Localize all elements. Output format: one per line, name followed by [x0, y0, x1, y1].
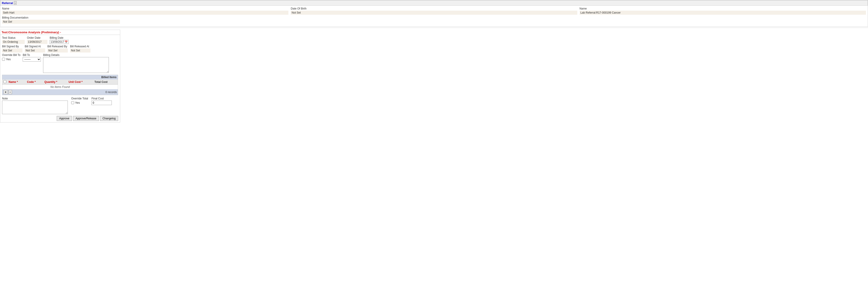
test-section-header: Test:Chromosome Analysis (Preliminary) - [0, 30, 120, 35]
bill-released-at-field: Bill Released At Not Set [70, 45, 91, 53]
remove-item-btn[interactable]: - [8, 90, 12, 94]
override-yes-row: Yes [2, 58, 21, 61]
billed-items-container: Billed Items Name * Code * Quantity * Un… [2, 75, 118, 95]
override-bill-to-label: Override Bill To [2, 54, 21, 57]
test-status-row: Test Status On Ordering Order Date 13/09… [2, 36, 118, 44]
referral-name-group: Name Lab Referral:R17-000199 Cancer [580, 7, 866, 15]
billing-details-label: Billing Details [43, 54, 109, 57]
col-unit-cost-header: Unit Cost * [67, 79, 93, 85]
bill-signed-at-field: Bill Signed At Not Set [25, 45, 45, 53]
order-date-value: 13/09/2017 [27, 40, 48, 44]
override-total-checkbox[interactable] [71, 101, 74, 104]
approve-release-btn[interactable]: Approve/Release [73, 116, 99, 121]
test-status-label: Test Status [2, 36, 25, 39]
table-toolbar: + - 0 records [2, 89, 118, 95]
records-count: 0 records [105, 91, 117, 94]
override-total-yes-row: Yes [71, 101, 88, 104]
approve-btn[interactable]: Approve [57, 116, 72, 121]
override-total-label: Override Total [71, 97, 88, 100]
patient-name-group: Name Seth Hart [2, 7, 288, 15]
referral-name-label: Name [580, 7, 866, 10]
bill-released-by-value: Not Set [48, 48, 68, 53]
toolbar-buttons: + - [3, 90, 12, 94]
bottom-section: Note Override Total Yes Final Cost [2, 97, 118, 114]
override-bill-row: Override Bill To Yes Bill To ------- Bil… [2, 54, 118, 73]
referral-name-value: Lab Referral:R17-000199 Cancer [580, 11, 866, 15]
col-quantity-header: Quantity * [43, 79, 68, 85]
referral-body: Name Seth Hart Date Of Birth Not Set Nam… [0, 6, 868, 27]
billing-date-label: Billing Date [50, 36, 69, 39]
patient-info-row: Name Seth Hart Date Of Birth Not Set Nam… [2, 7, 866, 15]
bill-released-by-label: Bill Released By [48, 45, 68, 48]
test-section-title: Test:Chromosome Analysis (Preliminary) [2, 31, 59, 34]
col-name-header: Name * [7, 79, 26, 85]
test-body: Test Status On Ordering Order Date 13/09… [0, 35, 120, 122]
billing-doc-row: Billing Documentation Not Set [2, 16, 866, 24]
bill-to-label: Bill To [23, 54, 41, 57]
bill-to-field: Bill To ------- [23, 54, 41, 62]
bill-signed-by-label: Bill Signed By [2, 45, 23, 48]
changelog-btn[interactable]: Changelog [100, 116, 118, 121]
referral-section: Referral - Name Seth Hart Date Of Birth … [0, 0, 868, 27]
billing-doc-value: Not Set [2, 20, 120, 24]
billing-details-field: Billing Details [43, 54, 109, 73]
billing-doc-group: Billing Documentation Not Set [2, 16, 120, 24]
action-buttons: Approve Approve/Release Changelog [2, 116, 118, 121]
bill-signed-at-label: Bill Signed At [25, 45, 45, 48]
patient-name-label: Name [2, 7, 288, 10]
bill-released-at-value: Not Set [70, 48, 91, 53]
test-status-field: Test Status On Ordering [2, 36, 25, 44]
col-total-cost-header: Total Cost [93, 79, 118, 85]
note-section: Note [2, 97, 68, 114]
bill-to-select[interactable]: ------- [23, 57, 41, 62]
col-checkbox [2, 79, 7, 85]
patient-name-value: Seth Hart [2, 11, 288, 15]
note-textarea[interactable] [2, 101, 68, 114]
billing-date-value: 13/09/2017 [51, 40, 64, 43]
final-cost-section: Final Cost [91, 97, 112, 105]
override-yes-checkbox[interactable] [2, 58, 5, 61]
billing-doc-label: Billing Documentation [2, 16, 120, 19]
override-yes-label: Yes [6, 58, 11, 61]
billing-details-textarea[interactable] [43, 57, 109, 73]
billing-date-input[interactable]: 13/09/2017 📅 [50, 40, 69, 44]
main-divider [0, 28, 868, 28]
order-date-label: Order Date [27, 36, 48, 39]
bill-signed-row: Bill Signed By Not Set Bill Signed At No… [2, 45, 118, 53]
referral-title: Referral [2, 1, 13, 5]
referral-header: Referral - [0, 0, 868, 6]
bill-signed-by-value: Not Set [2, 48, 23, 53]
bill-released-by-field: Bill Released By Not Set [48, 45, 68, 53]
bill-signed-by-field: Bill Signed By Not Set [2, 45, 23, 53]
referral-collapse-btn[interactable]: - [14, 1, 17, 5]
test-status-value: On Ordering [2, 40, 25, 44]
billed-items-table: Name * Code * Quantity * Unit Cost * Tot… [2, 79, 118, 89]
order-date-field: Order Date 13/09/2017 [27, 36, 48, 44]
note-label: Note [2, 97, 68, 100]
add-item-btn[interactable]: + [3, 90, 8, 94]
billing-date-field: Billing Date 13/09/2017 📅 [50, 36, 69, 44]
bill-signed-at-value: Not Set [25, 48, 45, 53]
patient-dob-label: Date Of Birth [291, 7, 577, 10]
no-items-row: No Items Found [2, 85, 118, 90]
calendar-icon[interactable]: 📅 [65, 40, 68, 43]
patient-dob-group: Date Of Birth Not Set [291, 7, 577, 15]
bill-released-at-label: Bill Released At [70, 45, 91, 48]
select-all-checkbox[interactable] [3, 80, 6, 83]
test-collapse-btn[interactable]: - [60, 31, 61, 34]
override-bill-to-field: Override Bill To Yes [2, 54, 21, 61]
override-total-section: Override Total Yes [71, 97, 88, 104]
test-section: Test:Chromosome Analysis (Preliminary) -… [0, 30, 120, 123]
billed-items-header: Billed Items [2, 75, 118, 79]
final-cost-label: Final Cost [91, 97, 112, 100]
patient-dob-value: Not Set [291, 11, 577, 15]
final-cost-input[interactable] [91, 101, 112, 105]
no-items-cell: No Items Found [2, 85, 118, 90]
billed-items-header-row: Name * Code * Quantity * Unit Cost * Tot… [2, 79, 118, 85]
override-total-yes-label: Yes [75, 101, 80, 104]
col-code-header: Code * [26, 79, 43, 85]
